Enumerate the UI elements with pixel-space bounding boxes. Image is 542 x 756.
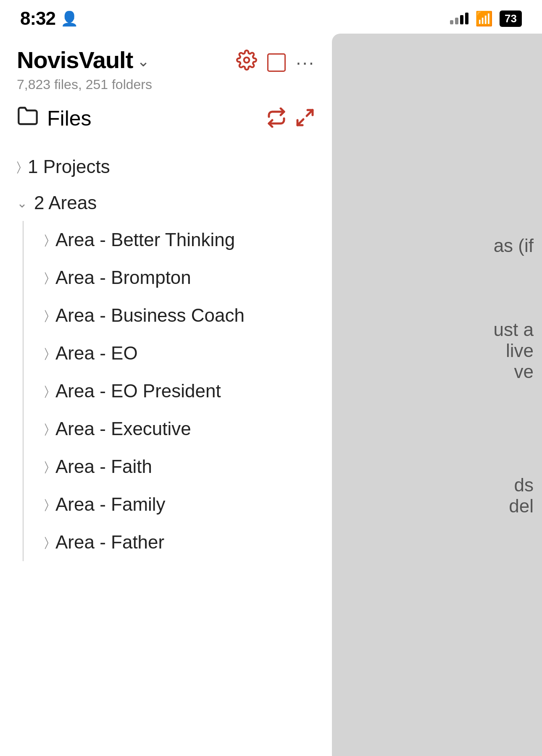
family-label: Area - Family: [55, 494, 166, 515]
tree-item-business-coach[interactable]: 〉 Area - Business Coach: [45, 297, 315, 334]
tree-item-father[interactable]: 〉 Area - Father: [45, 523, 315, 561]
right-text-fragment-1: as (if: [494, 235, 534, 256]
tree-item-better-thinking[interactable]: 〉 Area - Better Thinking: [45, 221, 315, 259]
files-actions: [266, 108, 315, 129]
tree-item-brompton[interactable]: 〉 Area - Brompton: [45, 259, 315, 297]
tree-item-projects[interactable]: 〉 1 Projects: [17, 149, 315, 185]
right-text-fragment-5: ds: [514, 475, 534, 496]
vault-header: NovisVault ⌄ 7,823 files, 251 folders ··: [17, 46, 315, 92]
business-coach-label: Area - Business Coach: [55, 305, 245, 326]
eo-label: Area - EO: [55, 343, 138, 364]
chevron-right-business-coach-icon: 〉: [45, 308, 49, 323]
files-section-header: Files: [17, 105, 315, 132]
wifi-icon: 📶: [475, 10, 493, 27]
status-icons: 📶 73: [450, 10, 522, 27]
swap-icon[interactable]: [266, 108, 287, 129]
signal-bars-icon: [450, 13, 468, 24]
tree-item-family[interactable]: 〉 Area - Family: [45, 486, 315, 523]
files-title: Files: [17, 105, 92, 132]
status-time: 8:32: [20, 8, 55, 29]
chevron-right-icon: 〉: [17, 160, 21, 174]
chevron-right-brompton-icon: 〉: [45, 270, 49, 285]
tree-item-eo-president[interactable]: 〉 Area - EO President: [45, 372, 315, 410]
frame-icon[interactable]: [295, 108, 315, 129]
eo-president-label: Area - EO President: [55, 381, 221, 402]
status-bar: 8:32 👤 📶 73: [0, 0, 542, 34]
areas-label: 2 Areas: [34, 192, 97, 213]
main-content: NovisVault ⌄ 7,823 files, 251 folders ··: [0, 34, 542, 756]
chevron-right-better-thinking-icon: 〉: [45, 233, 49, 247]
father-label: Area - Father: [55, 532, 164, 553]
chevron-right-eo-president-icon: 〉: [45, 384, 49, 399]
files-label: Files: [47, 106, 92, 131]
right-text-fragment-6: del: [509, 496, 534, 517]
executive-label: Area - Executive: [55, 418, 191, 439]
right-text-fragment-3: live: [506, 340, 534, 361]
vault-subtitle: 7,823 files, 251 folders: [17, 77, 152, 92]
more-options-icon[interactable]: ···: [296, 52, 315, 73]
battery-indicator: 73: [500, 10, 522, 27]
file-tree: 〉 1 Projects ⌄ 2 Areas 〉 Area - Better T…: [17, 149, 315, 561]
vault-actions: ···: [236, 50, 315, 76]
chevron-down-areas-icon: ⌄: [17, 196, 27, 210]
panel-icon[interactable]: [267, 53, 286, 72]
brompton-label: Area - Brompton: [55, 267, 191, 288]
areas-subtree: 〉 Area - Better Thinking 〉 Area - Brompt…: [23, 221, 315, 561]
folder-icon: [17, 105, 39, 132]
right-text-fragment-4: ve: [514, 361, 534, 382]
tree-item-areas[interactable]: ⌄ 2 Areas 〉 Area - Better Thinking 〉 Are…: [17, 185, 315, 561]
chevron-right-faith-icon: 〉: [45, 459, 49, 474]
chevron-right-family-icon: 〉: [45, 497, 49, 512]
faith-label: Area - Faith: [55, 456, 152, 477]
tree-item-faith[interactable]: 〉 Area - Faith: [45, 448, 315, 486]
right-panel: as (if ust a live ve ds del: [332, 34, 542, 756]
gear-icon[interactable]: [236, 50, 257, 76]
chevron-right-eo-icon: 〉: [45, 346, 49, 361]
vault-title-section: NovisVault ⌄ 7,823 files, 251 folders: [17, 46, 152, 92]
vault-chevron-icon[interactable]: ⌄: [137, 52, 150, 70]
person-icon: 👤: [61, 10, 78, 27]
chevron-right-father-icon: 〉: [45, 535, 49, 550]
tree-item-executive[interactable]: 〉 Area - Executive: [45, 410, 315, 448]
svg-point-0: [244, 58, 250, 63]
tree-item-eo[interactable]: 〉 Area - EO: [45, 334, 315, 372]
better-thinking-label: Area - Better Thinking: [55, 229, 235, 250]
projects-label: 1 Projects: [28, 156, 110, 177]
chevron-right-executive-icon: 〉: [45, 422, 49, 436]
vault-name: NovisVault: [17, 46, 133, 74]
left-panel: NovisVault ⌄ 7,823 files, 251 folders ··: [0, 34, 332, 756]
right-text-fragment-2: ust a: [494, 319, 534, 340]
